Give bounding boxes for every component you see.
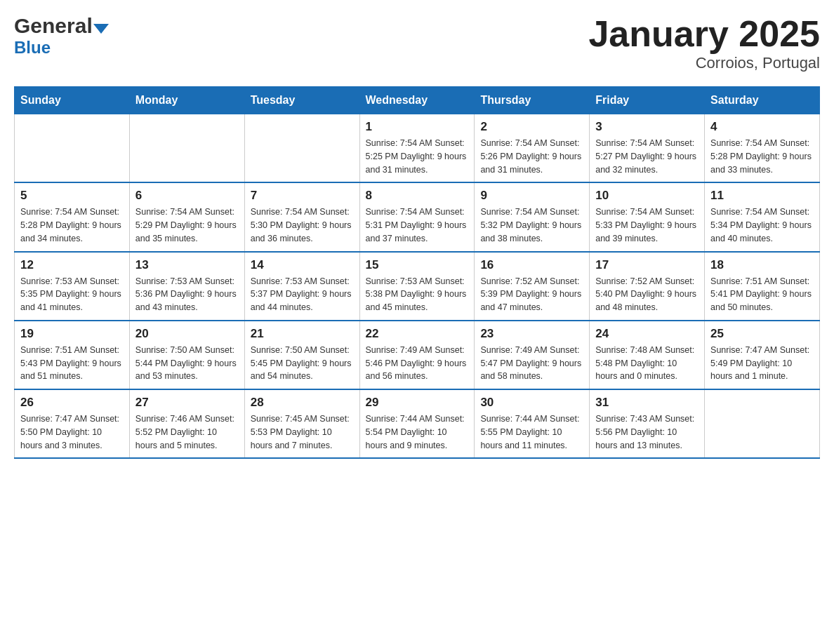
day-info: Sunrise: 7:50 AM Sunset: 5:44 PM Dayligh… [135, 344, 239, 383]
calendar-day-cell: 20Sunrise: 7:50 AM Sunset: 5:44 PM Dayli… [129, 321, 244, 389]
day-of-week-header: Monday [129, 87, 244, 114]
day-number: 2 [480, 120, 583, 134]
day-number: 5 [20, 189, 124, 203]
day-info: Sunrise: 7:50 AM Sunset: 5:45 PM Dayligh… [251, 344, 354, 383]
day-number: 31 [595, 396, 699, 410]
calendar-day-cell: 30Sunrise: 7:44 AM Sunset: 5:55 PM Dayli… [475, 389, 590, 458]
day-number: 22 [366, 327, 469, 341]
day-number: 3 [595, 120, 699, 134]
calendar-day-cell [244, 114, 359, 183]
day-number: 20 [135, 327, 239, 341]
day-info: Sunrise: 7:49 AM Sunset: 5:46 PM Dayligh… [366, 344, 469, 383]
day-of-week-header: Tuesday [244, 87, 359, 114]
day-of-week-header: Saturday [705, 87, 820, 114]
day-number: 27 [135, 396, 239, 410]
calendar-day-cell: 31Sunrise: 7:43 AM Sunset: 5:56 PM Dayli… [590, 389, 705, 458]
day-number: 4 [710, 120, 814, 134]
day-number: 29 [366, 396, 469, 410]
calendar-day-cell: 29Sunrise: 7:44 AM Sunset: 5:54 PM Dayli… [359, 389, 475, 458]
calendar-day-cell: 27Sunrise: 7:46 AM Sunset: 5:52 PM Dayli… [129, 389, 244, 458]
day-info: Sunrise: 7:53 AM Sunset: 5:38 PM Dayligh… [366, 275, 469, 314]
calendar-day-cell: 2Sunrise: 7:54 AM Sunset: 5:26 PM Daylig… [475, 114, 590, 183]
day-of-week-header: Sunday [15, 87, 130, 114]
calendar-day-cell: 11Sunrise: 7:54 AM Sunset: 5:34 PM Dayli… [705, 182, 820, 251]
calendar-day-cell: 15Sunrise: 7:53 AM Sunset: 5:38 PM Dayli… [359, 252, 475, 321]
logo: General Blue [14, 14, 109, 58]
day-info: Sunrise: 7:54 AM Sunset: 5:25 PM Dayligh… [366, 137, 469, 176]
day-info: Sunrise: 7:45 AM Sunset: 5:53 PM Dayligh… [251, 412, 354, 452]
calendar-day-cell: 1Sunrise: 7:54 AM Sunset: 5:25 PM Daylig… [359, 114, 475, 183]
day-number: 12 [20, 258, 124, 272]
day-number: 10 [595, 189, 699, 203]
day-info: Sunrise: 7:51 AM Sunset: 5:41 PM Dayligh… [710, 275, 814, 314]
day-info: Sunrise: 7:54 AM Sunset: 5:31 PM Dayligh… [366, 206, 469, 245]
day-info: Sunrise: 7:54 AM Sunset: 5:26 PM Dayligh… [480, 137, 583, 176]
day-number: 6 [135, 189, 239, 203]
calendar-day-cell: 24Sunrise: 7:48 AM Sunset: 5:48 PM Dayli… [590, 321, 705, 389]
day-info: Sunrise: 7:54 AM Sunset: 5:28 PM Dayligh… [20, 206, 124, 245]
title-block: January 2025 Corroios, Portugal [588, 14, 820, 72]
day-info: Sunrise: 7:52 AM Sunset: 5:40 PM Dayligh… [595, 275, 699, 314]
calendar-week-row: 26Sunrise: 7:47 AM Sunset: 5:50 PM Dayli… [15, 389, 820, 458]
day-of-week-header: Wednesday [359, 87, 475, 114]
day-info: Sunrise: 7:46 AM Sunset: 5:52 PM Dayligh… [135, 412, 239, 452]
logo-triangle-icon [93, 24, 109, 34]
calendar-day-cell: 4Sunrise: 7:54 AM Sunset: 5:28 PM Daylig… [705, 114, 820, 183]
day-info: Sunrise: 7:54 AM Sunset: 5:34 PM Dayligh… [710, 206, 814, 245]
day-info: Sunrise: 7:44 AM Sunset: 5:54 PM Dayligh… [366, 412, 469, 452]
day-number: 15 [366, 258, 469, 272]
day-number: 30 [480, 396, 583, 410]
day-number: 9 [480, 189, 583, 203]
calendar-day-cell [705, 389, 820, 458]
calendar-day-cell: 13Sunrise: 7:53 AM Sunset: 5:36 PM Dayli… [129, 252, 244, 321]
calendar-day-cell: 16Sunrise: 7:52 AM Sunset: 5:39 PM Dayli… [475, 252, 590, 321]
logo-blue-text: Blue [14, 38, 51, 58]
day-info: Sunrise: 7:54 AM Sunset: 5:30 PM Dayligh… [251, 206, 354, 245]
calendar-day-cell: 10Sunrise: 7:54 AM Sunset: 5:33 PM Dayli… [590, 182, 705, 251]
day-number: 25 [710, 327, 814, 341]
day-number: 23 [480, 327, 583, 341]
day-info: Sunrise: 7:53 AM Sunset: 5:35 PM Dayligh… [20, 275, 124, 314]
calendar-day-cell: 18Sunrise: 7:51 AM Sunset: 5:41 PM Dayli… [705, 252, 820, 321]
day-info: Sunrise: 7:44 AM Sunset: 5:55 PM Dayligh… [480, 412, 583, 452]
day-info: Sunrise: 7:49 AM Sunset: 5:47 PM Dayligh… [480, 344, 583, 383]
day-info: Sunrise: 7:54 AM Sunset: 5:29 PM Dayligh… [135, 206, 239, 245]
day-number: 19 [20, 327, 124, 341]
day-number: 28 [251, 396, 354, 410]
calendar-day-cell: 14Sunrise: 7:53 AM Sunset: 5:37 PM Dayli… [244, 252, 359, 321]
calendar-day-cell: 6Sunrise: 7:54 AM Sunset: 5:29 PM Daylig… [129, 182, 244, 251]
day-number: 14 [251, 258, 354, 272]
day-info: Sunrise: 7:43 AM Sunset: 5:56 PM Dayligh… [595, 412, 699, 452]
day-number: 11 [710, 189, 814, 203]
day-number: 7 [251, 189, 354, 203]
calendar-day-cell: 12Sunrise: 7:53 AM Sunset: 5:35 PM Dayli… [15, 252, 130, 321]
calendar-day-cell [129, 114, 244, 183]
calendar-day-cell: 26Sunrise: 7:47 AM Sunset: 5:50 PM Dayli… [15, 389, 130, 458]
calendar-day-cell: 23Sunrise: 7:49 AM Sunset: 5:47 PM Dayli… [475, 321, 590, 389]
calendar-day-cell [15, 114, 130, 183]
page-subtitle: Corroios, Portugal [588, 54, 820, 72]
calendar-day-cell: 5Sunrise: 7:54 AM Sunset: 5:28 PM Daylig… [15, 182, 130, 251]
calendar-header-row: SundayMondayTuesdayWednesdayThursdayFrid… [15, 87, 820, 114]
logo-general-text: General [14, 14, 93, 38]
day-number: 13 [135, 258, 239, 272]
day-of-week-header: Friday [590, 87, 705, 114]
day-info: Sunrise: 7:47 AM Sunset: 5:49 PM Dayligh… [710, 344, 814, 383]
calendar-day-cell: 3Sunrise: 7:54 AM Sunset: 5:27 PM Daylig… [590, 114, 705, 183]
day-number: 26 [20, 396, 124, 410]
day-of-week-header: Thursday [475, 87, 590, 114]
page-title: January 2025 [588, 14, 820, 54]
day-info: Sunrise: 7:52 AM Sunset: 5:39 PM Dayligh… [480, 275, 583, 314]
calendar-day-cell: 21Sunrise: 7:50 AM Sunset: 5:45 PM Dayli… [244, 321, 359, 389]
calendar-week-row: 5Sunrise: 7:54 AM Sunset: 5:28 PM Daylig… [15, 182, 820, 251]
day-number: 24 [595, 327, 699, 341]
day-number: 21 [251, 327, 354, 341]
day-number: 1 [366, 120, 469, 134]
calendar-day-cell: 25Sunrise: 7:47 AM Sunset: 5:49 PM Dayli… [705, 321, 820, 389]
calendar-day-cell: 7Sunrise: 7:54 AM Sunset: 5:30 PM Daylig… [244, 182, 359, 251]
calendar-day-cell: 28Sunrise: 7:45 AM Sunset: 5:53 PM Dayli… [244, 389, 359, 458]
calendar-day-cell: 17Sunrise: 7:52 AM Sunset: 5:40 PM Dayli… [590, 252, 705, 321]
calendar-week-row: 12Sunrise: 7:53 AM Sunset: 5:35 PM Dayli… [15, 252, 820, 321]
day-info: Sunrise: 7:54 AM Sunset: 5:28 PM Dayligh… [710, 137, 814, 176]
day-number: 18 [710, 258, 814, 272]
